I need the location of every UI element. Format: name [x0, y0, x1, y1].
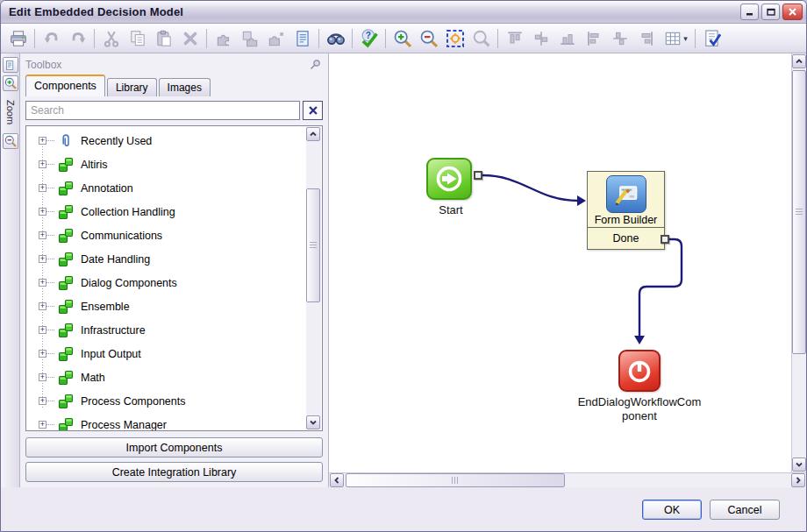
- pin-button[interactable]: [307, 58, 323, 72]
- expand-plus-icon[interactable]: +: [39, 302, 46, 310]
- close-button[interactable]: [782, 4, 803, 20]
- tree-item[interactable]: +Process Manager: [26, 413, 306, 430]
- search-input[interactable]: [25, 101, 300, 120]
- tree-item[interactable]: +Annotation: [26, 176, 306, 200]
- expand-plus-icon[interactable]: +: [39, 373, 46, 381]
- connection-done-to-end[interactable]: [639, 239, 682, 337]
- expand-plus-icon[interactable]: +: [39, 255, 46, 263]
- minimize-button[interactable]: [740, 4, 759, 20]
- zoom-fit-icon: [445, 28, 466, 49]
- connection-start-to-formbuilder[interactable]: [482, 175, 578, 201]
- scroll-up-button[interactable]: [306, 127, 320, 141]
- find-button[interactable]: [323, 26, 348, 51]
- zoom-out-strip-button[interactable]: [3, 133, 18, 149]
- tree-item[interactable]: +Recently Used: [26, 129, 306, 153]
- chevron-left-icon: [332, 476, 341, 485]
- paperclip-icon: [57, 132, 75, 150]
- expand-plus-icon[interactable]: +: [39, 160, 46, 168]
- tree-item[interactable]: +Communications: [26, 223, 306, 247]
- import-components-button[interactable]: Import Components: [25, 437, 323, 458]
- zoom-out-button[interactable]: [416, 26, 441, 51]
- copy-icon: [128, 29, 147, 48]
- clear-search-button[interactable]: [303, 101, 323, 120]
- align-left-button: [581, 26, 606, 51]
- scroll-down-button[interactable]: [792, 458, 806, 472]
- tree-item[interactable]: +Math: [26, 365, 306, 389]
- component-copy-button: [237, 26, 262, 51]
- tree-item[interactable]: +Input Output: [26, 342, 306, 365]
- align-bottom-button: [554, 26, 580, 51]
- scroll-up-button[interactable]: [792, 54, 806, 68]
- expand-plus-icon[interactable]: +: [39, 231, 46, 239]
- component-puzzle-button: [211, 26, 236, 51]
- scroll-right-button[interactable]: [791, 473, 805, 487]
- create-integration-library-button[interactable]: Create Integration Library: [25, 462, 323, 482]
- tree-item[interactable]: +Dialog Components: [26, 271, 306, 294]
- print-button[interactable]: [5, 26, 31, 51]
- toolbox-tabs: ComponentsLibraryImages: [25, 74, 323, 96]
- redo-icon: [68, 29, 88, 48]
- validate-button[interactable]: ?: [356, 26, 382, 51]
- expand-plus-icon[interactable]: +: [39, 184, 46, 192]
- puzzle-icon: [57, 251, 75, 268]
- expand-plus-icon[interactable]: +: [39, 137, 46, 145]
- tree-item[interactable]: +Altiris: [26, 153, 306, 176]
- scroll-left-button[interactable]: [330, 473, 344, 487]
- tree-connector: [46, 140, 54, 141]
- connector-port-done[interactable]: [661, 235, 669, 244]
- close-x-icon: [307, 104, 319, 117]
- report-button[interactable]: [289, 26, 315, 51]
- tree-item[interactable]: +Process Components: [26, 389, 306, 413]
- tree-item[interactable]: +Date Handling: [26, 247, 306, 271]
- tree-scrollbar[interactable]: [306, 127, 321, 429]
- check-model-button[interactable]: [699, 26, 725, 51]
- tab-library[interactable]: Library: [107, 78, 157, 96]
- cancel-button[interactable]: Cancel: [710, 500, 780, 520]
- scroll-down-button[interactable]: [306, 415, 320, 429]
- canvas-column: Start Form Builder Done EndDial: [329, 53, 806, 487]
- node-end-dialog[interactable]: [618, 350, 661, 392]
- power-off-icon: [623, 354, 656, 387]
- toolbar-separator: [318, 29, 319, 48]
- tab-components[interactable]: Components: [25, 74, 105, 96]
- maximize-button[interactable]: [761, 4, 780, 20]
- connector-port-start[interactable]: [474, 171, 482, 180]
- tree-item[interactable]: +Infrastructure: [26, 318, 306, 342]
- component-new-icon: [267, 29, 286, 48]
- start-arrow-icon: [432, 161, 467, 196]
- design-canvas[interactable]: Start Form Builder Done EndDial: [329, 53, 791, 472]
- node-form-builder[interactable]: Form Builder Done: [587, 171, 665, 250]
- svg-text:?: ?: [365, 31, 370, 40]
- ok-button[interactable]: OK: [642, 500, 702, 520]
- canvas-horizontal-scrollbar[interactable]: [329, 472, 806, 487]
- scrollbar-thumb[interactable]: [346, 473, 565, 487]
- expand-plus-icon[interactable]: +: [39, 208, 46, 216]
- expand-plus-icon[interactable]: +: [39, 350, 46, 358]
- tree-connector: [46, 353, 54, 354]
- zoom-in-button[interactable]: [389, 26, 415, 51]
- form-edit-icon: [611, 179, 642, 210]
- tree-item[interactable]: +Collection Handling: [26, 200, 306, 223]
- zoom-tool-button: [468, 26, 494, 51]
- expand-plus-icon[interactable]: +: [39, 279, 46, 287]
- scrollbar-thumb[interactable]: [792, 70, 806, 354]
- zoom-in-strip-button[interactable]: [3, 75, 18, 91]
- tree-item-label: Annotation: [81, 182, 133, 195]
- expand-plus-icon[interactable]: +: [39, 421, 46, 429]
- node-start[interactable]: [426, 158, 472, 200]
- tree-item[interactable]: +Ensemble: [26, 294, 306, 318]
- puzzle-icon: [57, 298, 75, 316]
- toolbox-header: Toolbox: [25, 57, 323, 73]
- expand-plus-icon[interactable]: +: [39, 397, 46, 405]
- puzzle-icon: [57, 274, 75, 292]
- node-output-port-done[interactable]: Done: [588, 227, 664, 249]
- tree-item-label: Process Components: [81, 395, 186, 408]
- expand-plus-icon[interactable]: +: [39, 326, 46, 334]
- grid-button[interactable]: ▾: [660, 26, 691, 51]
- canvas-vertical-scrollbar[interactable]: [791, 53, 806, 472]
- tab-images[interactable]: Images: [159, 78, 211, 96]
- scrollbar-thumb[interactable]: [306, 188, 320, 302]
- zoom-fit-button[interactable]: [442, 26, 468, 51]
- page-strip-button[interactable]: [3, 57, 18, 73]
- align-center-icon: [611, 29, 630, 48]
